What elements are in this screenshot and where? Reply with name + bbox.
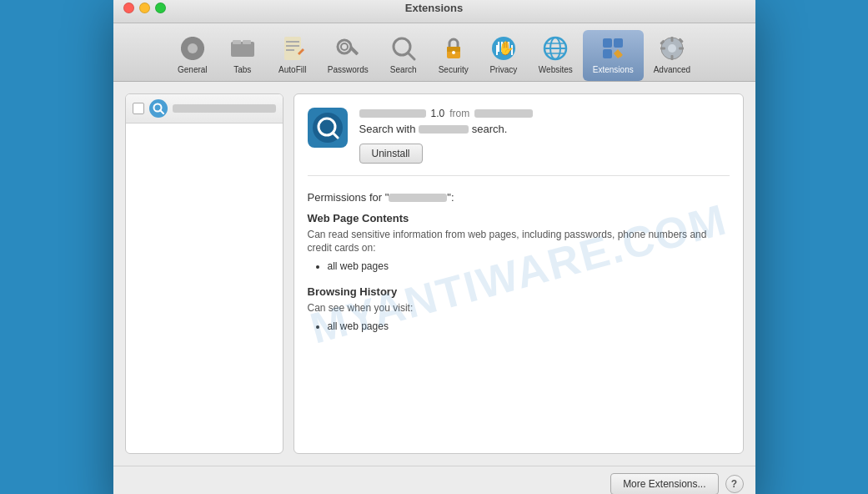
general-label: General <box>178 65 208 74</box>
permission-item-browsing-history-0: all web pages <box>328 320 730 332</box>
uninstall-wrapper: Uninstall <box>359 135 730 164</box>
svg-rect-7 <box>233 40 241 44</box>
toolbar: General Tabs AutoFill Passwords Search <box>113 23 755 82</box>
toolbar-item-general[interactable]: General <box>168 30 218 81</box>
toolbar-item-passwords[interactable]: Passwords <box>318 30 379 81</box>
general-icon <box>178 33 208 63</box>
svg-rect-28 <box>603 38 612 48</box>
permission-desc-web-contents: Can read sensitive information from web … <box>308 228 730 256</box>
privacy-icon: ✋ <box>489 33 519 63</box>
main-window: Extensions General Tabs AutoFill Passwo <box>113 0 755 494</box>
window-controls <box>123 3 166 13</box>
permission-heading-web-contents: Web Page Contents <box>308 212 730 224</box>
maximize-button[interactable] <box>155 3 166 13</box>
toolbar-item-tabs[interactable]: Tabs <box>218 30 268 81</box>
permission-desc-browsing-history: Can see when you visit: <box>308 301 730 315</box>
extension-name-bar <box>173 104 276 113</box>
privacy-label: Privacy <box>489 65 517 74</box>
svg-rect-2 <box>191 37 194 42</box>
permissions-title: Permissions for "": <box>308 191 730 204</box>
sidebar <box>125 93 283 454</box>
svg-rect-3 <box>191 55 194 60</box>
extension-checkbox[interactable] <box>133 103 144 114</box>
main-panel: MYANTIWARE.COM 1.0 from Sear <box>294 93 744 454</box>
extension-version: 1.0 <box>431 108 445 119</box>
passwords-icon <box>333 33 363 63</box>
svg-point-20 <box>452 51 455 54</box>
svg-rect-29 <box>614 38 623 48</box>
toolbar-item-privacy[interactable]: ✋ Privacy <box>479 30 529 81</box>
svg-rect-36 <box>660 47 665 49</box>
svg-rect-5 <box>199 47 204 50</box>
extension-description: Search with search. <box>359 123 730 135</box>
tabs-label: Tabs <box>233 65 251 74</box>
advanced-label: Advanced <box>654 65 690 74</box>
svg-point-1 <box>188 43 198 53</box>
extension-publisher-placeholder <box>474 109 533 118</box>
websites-label: Websites <box>539 65 573 74</box>
extensions-icon <box>598 33 628 63</box>
svg-rect-4 <box>181 47 186 50</box>
search-label: Search <box>390 65 417 74</box>
autofill-label: AutoFill <box>278 65 306 74</box>
titlebar: Extensions <box>113 0 755 23</box>
svg-point-13 <box>338 40 351 53</box>
permissions-name-placeholder <box>389 194 447 202</box>
extension-icon <box>308 108 348 148</box>
svg-rect-37 <box>679 47 684 49</box>
help-button[interactable]: ? <box>725 475 744 493</box>
minimize-button[interactable] <box>139 3 150 13</box>
svg-rect-9 <box>284 37 301 60</box>
autofill-icon <box>278 33 308 63</box>
extension-desc-placeholder <box>419 125 469 134</box>
passwords-label: Passwords <box>328 65 369 74</box>
svg-text:✋: ✋ <box>498 40 514 56</box>
toolbar-item-autofill[interactable]: AutoFill <box>268 30 318 81</box>
advanced-icon <box>657 33 687 63</box>
toolbar-item-advanced[interactable]: Advanced <box>644 30 700 81</box>
window-title: Extensions <box>405 2 463 14</box>
svg-line-17 <box>408 53 414 59</box>
extension-header: 1.0 from Search with search. Uninstall <box>308 108 730 176</box>
permission-list-browsing-history: all web pages <box>328 320 730 332</box>
tabs-icon <box>228 33 258 63</box>
extension-from-label: from <box>449 108 469 119</box>
svg-line-41 <box>160 110 163 113</box>
search-icon <box>389 33 419 63</box>
toolbar-item-websites[interactable]: Websites <box>529 30 583 81</box>
permission-list-web-contents: all web pages <box>328 260 730 272</box>
permission-heading-browsing-history: Browsing History <box>308 285 730 298</box>
svg-rect-34 <box>670 37 673 42</box>
svg-line-43 <box>333 133 338 138</box>
svg-point-33 <box>668 44 676 53</box>
permissions-prefix: Permissions for " <box>308 191 389 204</box>
svg-rect-30 <box>603 49 612 58</box>
extensions-label: Extensions <box>593 65 634 74</box>
extension-icon-inner <box>313 113 343 143</box>
footer-bar: More Extensions... ? <box>113 466 755 495</box>
search-with-label: Search with <box>359 123 416 135</box>
extension-search-icon <box>149 99 168 118</box>
extension-title-row: 1.0 from <box>359 108 730 119</box>
permission-group-browsing-history: Browsing History Can see when you visit:… <box>308 285 730 332</box>
security-label: Security <box>439 65 469 74</box>
permissions-section: Permissions for "": Web Page Contents Ca… <box>308 188 730 332</box>
permission-group-web-contents: Web Page Contents Can read sensitive inf… <box>308 212 730 273</box>
toolbar-item-search[interactable]: Search <box>379 30 429 81</box>
extension-name-placeholder <box>359 109 426 118</box>
extension-info: 1.0 from Search with search. Uninstall <box>359 108 730 164</box>
security-icon <box>439 33 469 63</box>
close-button[interactable] <box>123 3 134 13</box>
more-extensions-button[interactable]: More Extensions... <box>610 473 718 495</box>
content-area: MYANTIWARE.COM 1.0 from Sear <box>113 82 755 466</box>
svg-rect-8 <box>243 40 251 44</box>
uninstall-button[interactable]: Uninstall <box>359 144 423 164</box>
search-suffix: search. <box>472 123 508 135</box>
svg-point-15 <box>341 43 348 50</box>
toolbar-item-security[interactable]: Security <box>429 30 479 81</box>
websites-icon <box>540 33 570 63</box>
permission-item-web-contents-0: all web pages <box>328 260 730 272</box>
sidebar-header <box>126 94 283 124</box>
toolbar-item-extensions[interactable]: Extensions <box>583 30 644 81</box>
svg-rect-35 <box>670 55 673 60</box>
